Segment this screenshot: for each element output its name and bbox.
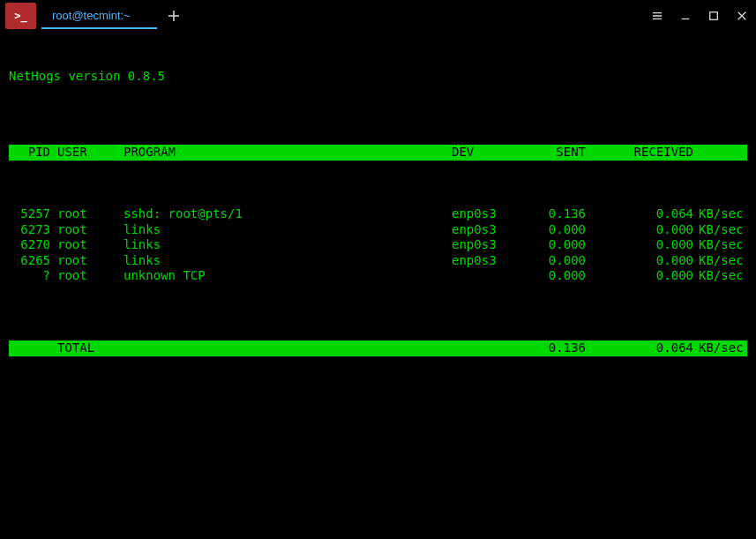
- cell-received: 0.000: [602, 222, 699, 238]
- header-user: USER: [57, 145, 124, 161]
- titlebar: >_ root@tecmint:~: [0, 0, 756, 31]
- cell-pid: 5257: [9, 206, 57, 222]
- cell-received: 0.064: [602, 206, 699, 222]
- total-sent: 0.136: [531, 341, 602, 356]
- cell-sent: 0.000: [531, 268, 602, 284]
- cell-user: root: [57, 206, 124, 222]
- cell-pid: 6265: [9, 253, 57, 269]
- minimize-button[interactable]: [678, 9, 692, 23]
- cell-received: 0.000: [602, 253, 699, 269]
- hamburger-icon: [652, 11, 662, 21]
- cell-pid: 6273: [9, 222, 57, 238]
- header-program: PROGRAM: [124, 145, 452, 161]
- cell-program: sshd: root@pts/1: [124, 206, 452, 222]
- cell-sent: 0.000: [531, 222, 602, 238]
- header-received: RECEIVED: [602, 145, 699, 161]
- version-line: NetHogs version 0.8.5: [9, 69, 747, 85]
- cell-sent: 0.000: [531, 237, 602, 253]
- cell-user: root: [57, 268, 124, 284]
- cell-received: 0.000: [602, 268, 699, 284]
- table-header: PID USER PROGRAM DEV SENT RECEIVED: [9, 145, 747, 161]
- cell-dev: enp0s3: [452, 222, 531, 238]
- close-button[interactable]: [735, 9, 749, 23]
- table-row: 5257rootsshd: root@pts/1enp0s30.1360.064…: [9, 206, 747, 222]
- cell-dev: [452, 268, 531, 284]
- table-row: 6270rootlinksenp0s30.0000.000KB/sec: [9, 237, 747, 253]
- minimize-icon: [680, 11, 691, 21]
- maximize-button[interactable]: [707, 9, 721, 23]
- cell-program: unknown TCP: [124, 268, 452, 284]
- cell-unit: KB/sec: [699, 268, 747, 284]
- terminal-app-icon: >_: [5, 3, 36, 29]
- total-pid: [9, 341, 57, 356]
- cell-program: links: [124, 253, 452, 269]
- cell-unit: KB/sec: [699, 253, 747, 269]
- total-dev: [452, 341, 531, 356]
- tab-active[interactable]: root@tecmint:~: [41, 2, 157, 29]
- table-row: 6273rootlinksenp0s30.0000.000KB/sec: [9, 222, 747, 238]
- header-pid: PID: [9, 145, 57, 161]
- cell-pid: ?: [9, 268, 57, 284]
- total-unit: KB/sec: [699, 341, 747, 356]
- terminal-output[interactable]: NetHogs version 0.8.5 PID USER PROGRAM D…: [0, 31, 756, 378]
- total-row: TOTAL 0.136 0.064 KB/sec: [9, 341, 747, 356]
- cell-user: root: [57, 253, 124, 269]
- cell-pid: 6270: [9, 237, 57, 253]
- cell-unit: KB/sec: [699, 237, 747, 253]
- cell-dev: enp0s3: [452, 253, 531, 269]
- close-icon: [737, 11, 747, 21]
- total-received: 0.064: [602, 341, 699, 356]
- cell-user: root: [57, 237, 124, 253]
- cell-dev: enp0s3: [452, 237, 531, 253]
- cell-sent: 0.000: [531, 253, 602, 269]
- cell-program: links: [124, 237, 452, 253]
- cell-unit: KB/sec: [699, 222, 747, 238]
- total-label: TOTAL: [57, 341, 124, 356]
- header-unit: [699, 145, 747, 161]
- cell-dev: enp0s3: [452, 206, 531, 222]
- terminal-prompt-icon: >_: [14, 10, 26, 22]
- plus-icon: [168, 10, 180, 22]
- menu-button[interactable]: [650, 9, 664, 23]
- table-body: 5257rootsshd: root@pts/1enp0s30.1360.064…: [9, 206, 747, 284]
- header-dev: DEV: [452, 145, 531, 161]
- cell-program: links: [124, 222, 452, 238]
- cell-user: root: [57, 222, 124, 238]
- window-controls: [650, 0, 749, 31]
- cell-sent: 0.136: [531, 206, 602, 222]
- svg-rect-0: [710, 11, 718, 19]
- cell-unit: KB/sec: [699, 206, 747, 222]
- cell-received: 0.000: [602, 237, 699, 253]
- maximize-icon: [708, 11, 719, 21]
- table-row: ?rootunknown TCP0.0000.000KB/sec: [9, 268, 747, 284]
- new-tab-button[interactable]: [157, 0, 191, 31]
- total-program: [124, 341, 452, 356]
- table-row: 6265rootlinksenp0s30.0000.000KB/sec: [9, 253, 747, 269]
- header-sent: SENT: [531, 145, 602, 161]
